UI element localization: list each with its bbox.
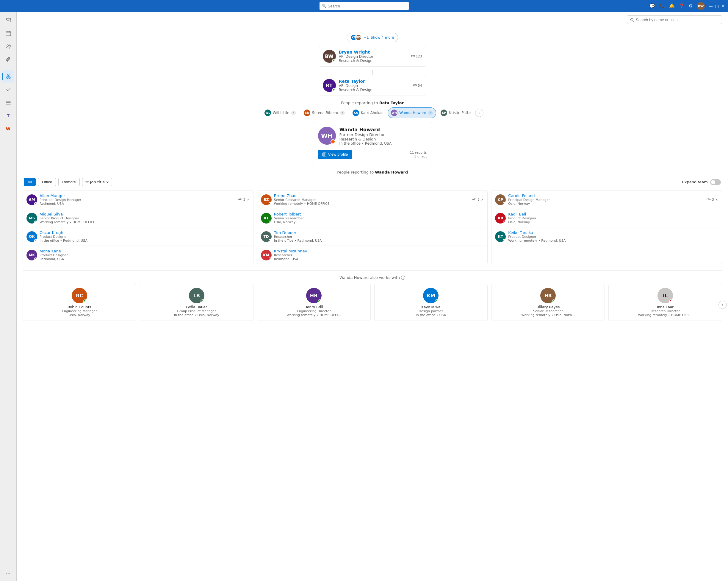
team-member[interactable]: KT Keiko Tanaka Product Designer Working… — [492, 227, 722, 246]
member-info: Mona Kane Product Designer Redmond, USA — [40, 249, 250, 261]
sidebar-item-tasks[interactable] — [2, 84, 14, 96]
tab-kristin-patte[interactable]: KP Kristin Patte — [437, 107, 474, 118]
miguel-avatar: MS — [26, 213, 37, 224]
coworker-name: Robin Counts — [68, 305, 91, 309]
team-member[interactable]: OK Oscar Krogh Product Designer In the o… — [23, 227, 253, 246]
henry-avatar: HB — [306, 288, 321, 303]
status-indicator — [669, 299, 673, 303]
bryan-wright-card[interactable]: BW Bryan Wright VP, Design Director Rese… — [319, 46, 426, 67]
sidebar-divider — [5, 68, 12, 68]
more-tabs-button[interactable]: › — [475, 109, 484, 117]
coworker-kayo[interactable]: KM Kayo Miwa Design partner In the offic… — [374, 284, 488, 321]
person-info: Reta Taylor VP, Design Research & Design — [339, 79, 410, 92]
coworker-hillary[interactable]: HR Hillary Reyes Senior Researcher Worki… — [491, 284, 605, 321]
reports-info: 11 reports 3 direct — [410, 151, 427, 158]
close-button[interactable]: ✕ — [721, 4, 724, 8]
keiko-avatar: KT — [495, 231, 506, 242]
tab-will-little[interactable]: WL Will Little 3 — [261, 107, 299, 118]
sidebar-item-attach[interactable] — [2, 54, 14, 66]
team-header-allan[interactable]: AM Allan Munger Principal Design Manager… — [23, 191, 253, 209]
expand-team-toggle[interactable] — [710, 179, 721, 185]
coworker-next-button[interactable]: › — [719, 301, 727, 309]
sidebar-more-button[interactable]: ··· — [6, 571, 10, 576]
sidebar-item-org[interactable] — [2, 71, 14, 82]
coworker-henry[interactable]: HB Henry Brill Engineering Director Work… — [257, 284, 371, 321]
svg-point-21 — [475, 199, 476, 200]
tab-wanda-howard[interactable]: WH Wanda Howard 3 — [388, 107, 436, 118]
info-icon[interactable]: i — [401, 276, 405, 280]
sidebar-item-word[interactable]: W — [2, 123, 14, 135]
mona-avatar: MK — [26, 250, 37, 260]
tab-serena-ribeiro[interactable]: SR Serena Ribeiro 3 — [301, 107, 348, 118]
team-member[interactable]: MK Mona Kane Product Designer Redmond, U… — [23, 246, 253, 264]
svg-point-20 — [474, 198, 475, 199]
team-column-carole: CP Carole Poland Principal Design Manage… — [491, 190, 722, 264]
status-indicator — [318, 299, 321, 303]
tab-label: Wanda Howard — [399, 111, 426, 115]
tab-label: Kristin Patte — [449, 111, 471, 115]
team-member[interactable]: KB Kadji Bell Product Designer Oslo, Nor… — [492, 209, 722, 227]
bryan-wright-avatar: BW — [323, 50, 336, 63]
filter-office-button[interactable]: Office — [38, 178, 56, 186]
sidebar-item-mail[interactable] — [2, 14, 14, 26]
tab-katri-ahokas[interactable]: KA Katri Ahokas — [349, 107, 387, 118]
show-more-label: Show 4 more — [371, 35, 394, 40]
team-member[interactable]: TD Tim Deboer Researcher In the office •… — [257, 227, 488, 246]
coworker-name: Hillary Reyes — [537, 305, 560, 309]
job-title-label: Job title — [90, 180, 105, 184]
coworker-inna[interactable]: IL Inna Laar Research Director Working r… — [608, 284, 722, 321]
coworker-name: Inna Laar — [657, 305, 674, 309]
chevron-up-icon — [246, 198, 250, 201]
view-profile-label: View profile — [328, 152, 348, 156]
member-name: Krystal McKinney — [274, 249, 484, 253]
coworker-title: Design partner — [419, 309, 443, 313]
status-indicator — [34, 239, 37, 242]
member-info: Bruno Zhao Senior Research Manager Worki… — [274, 194, 470, 206]
team-header-carole[interactable]: CP Carole Poland Principal Design Manage… — [492, 191, 722, 209]
coworker-location: Working remotely • Oslo, Norw... — [521, 313, 575, 317]
help-icon[interactable]: ❓ — [679, 3, 684, 9]
filter-job-title-button[interactable]: Job title — [82, 178, 112, 186]
svg-point-13 — [414, 84, 415, 85]
titlebar: 🔍 💬 📞 🔔 ❓ ⚙ BW — □ ✕ — [0, 0, 728, 12]
bell-icon[interactable]: 🔔 — [669, 3, 675, 9]
coworker-title: Research Director — [651, 309, 680, 313]
sidebar-item-people[interactable] — [2, 41, 14, 52]
view-profile-button[interactable]: View profile — [318, 150, 352, 159]
filter-remote-button[interactable]: Remote — [58, 178, 80, 186]
team-member[interactable]: RT Robert Tolbert Senior Researcher Oslo… — [257, 209, 488, 227]
member-title: Senior Research Manager — [274, 198, 470, 202]
coworker-robin[interactable]: RC Robin Counts Engineering Manager Oslo… — [23, 284, 136, 321]
member-name: Kadji Bell — [508, 212, 718, 217]
calls-icon[interactable]: 📞 — [659, 3, 665, 9]
coworker-lydia[interactable]: LB Lydia Bauer Group Product Manager In … — [140, 284, 254, 321]
wanda-info: Wanda Howard Partner Design Director Res… — [339, 127, 392, 146]
titlebar-search-input[interactable] — [319, 2, 409, 10]
show-more-button[interactable]: KN BW +1 Show 4 more — [346, 33, 398, 42]
team-member[interactable]: KM Krystal McKinney Researcher Redmond, … — [257, 246, 488, 264]
kayo-avatar: KM — [423, 288, 439, 303]
minimize-button[interactable]: — — [709, 4, 713, 8]
team-header-bruno[interactable]: BZ Bruno Zhao Senior Research Manager Wo… — [257, 191, 488, 209]
sidebar-item-teams[interactable]: T — [2, 110, 14, 122]
settings-icon[interactable]: ⚙ — [689, 3, 693, 9]
member-title: Product Designer — [508, 217, 718, 220]
sidebar-item-calendar[interactable] — [2, 27, 14, 39]
search-by-name-container[interactable] — [627, 16, 722, 24]
status-indicator — [332, 88, 336, 92]
coworker-title: Engineering Director — [297, 309, 331, 313]
maximize-button[interactable]: □ — [715, 4, 719, 8]
team-member[interactable]: MS Miguel Silva Senior Product Designer … — [23, 209, 253, 227]
search-by-name-input[interactable] — [636, 18, 719, 22]
status-indicator — [83, 299, 87, 303]
member-location: In the office • Redmond, USA — [274, 239, 484, 243]
chat-icon[interactable]: 💬 — [649, 3, 655, 9]
reta-taylor-card[interactable]: RT Reta Taylor VP, Design Research & Des… — [319, 75, 426, 96]
filter-all-button[interactable]: All — [24, 178, 36, 186]
sidebar-item-lists[interactable] — [2, 97, 14, 109]
person-info: Bryan Wright VP, Design Director Researc… — [339, 50, 408, 63]
person-title: VP, Design Director — [339, 54, 408, 59]
member-location: Working remotely • HOME OFFICE — [40, 220, 250, 224]
kadji-avatar: KB — [495, 213, 506, 224]
avatar[interactable]: BW — [697, 2, 705, 10]
